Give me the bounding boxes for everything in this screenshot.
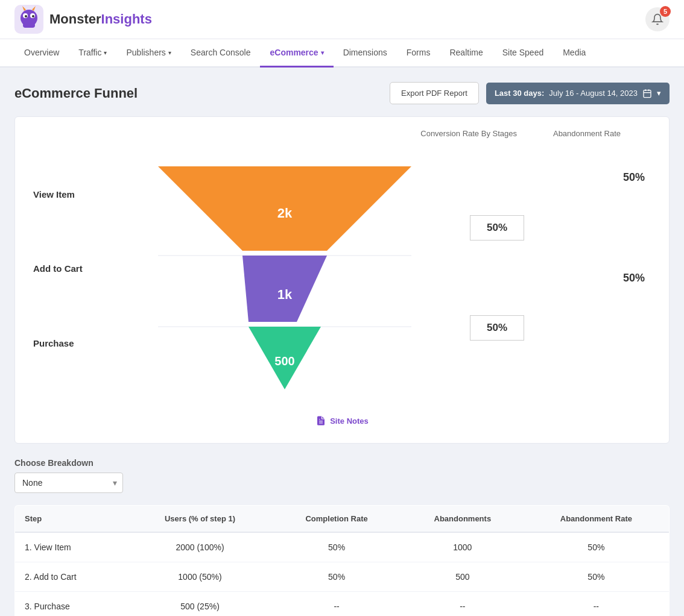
funnel-column-headers: Conversion Rate By Stages Abandonment Ra… xyxy=(27,129,657,145)
row3-abandonment-rate: -- xyxy=(524,592,670,617)
row1-abandonments: 1000 xyxy=(402,532,524,562)
main-content: eCommerce Funnel Export PDF Report Last … xyxy=(0,68,684,616)
row2-users: 1000 (50%) xyxy=(128,562,272,592)
calendar-icon xyxy=(642,89,652,98)
chevron-down-icon: ▾ xyxy=(321,49,324,56)
header-right: 5 xyxy=(645,7,670,31)
date-range-button[interactable]: Last 30 days: July 16 - August 14, 2023 … xyxy=(486,83,670,104)
stage-label-add-to-cart: Add to Cart xyxy=(33,263,106,274)
nav-item-media[interactable]: Media xyxy=(553,39,595,68)
site-notes-button[interactable]: Site Notes xyxy=(315,415,369,426)
chevron-down-icon: ▾ xyxy=(168,49,171,56)
table-row: 2. Add to Cart 1000 (50%) 50% 500 50% xyxy=(15,562,670,592)
site-notes-row: Site Notes xyxy=(27,410,657,431)
logo-text: MonsterInsights xyxy=(49,11,152,27)
purchase-right xyxy=(464,346,657,410)
col-step: Step xyxy=(15,506,128,533)
conv-box-row-2: 50% xyxy=(464,310,657,346)
row3-completion: -- xyxy=(271,592,402,617)
view-item-abandonment-rate: 50% xyxy=(623,171,645,184)
view-item-right: 50% xyxy=(464,145,657,210)
page-header-controls: Export PDF Report Last 30 days: July 16 … xyxy=(390,82,670,104)
svg-point-6 xyxy=(32,15,34,17)
header: MonsterInsights 5 xyxy=(0,0,684,39)
breakdown-select[interactable]: None Device Browser Country Source xyxy=(14,473,123,493)
row2-abandonment-rate: 50% xyxy=(524,562,670,592)
chevron-down-icon: ▾ xyxy=(657,89,661,98)
breakdown-section: Choose Breakdown None Device Browser Cou… xyxy=(14,458,670,493)
date-range-value: July 16 - August 14, 2023 xyxy=(549,89,638,98)
breakdown-label: Choose Breakdown xyxy=(14,458,670,468)
svg-point-5 xyxy=(25,15,27,17)
funnel-right-panel: 50% 50% 50% 50% xyxy=(464,145,657,410)
site-notes-icon xyxy=(315,415,326,426)
conversion-box-2: 50% xyxy=(470,315,524,341)
row3-abandonments: -- xyxy=(402,592,524,617)
col-users: Users (% of step 1) xyxy=(128,506,272,533)
nav-item-overview[interactable]: Overview xyxy=(14,39,69,68)
nav-item-publishers[interactable]: Publishers ▾ xyxy=(116,39,180,68)
nav-item-dimensions[interactable]: Dimensions xyxy=(334,39,397,68)
table-header-row: Step Users (% of step 1) Completion Rate… xyxy=(15,506,670,533)
svg-rect-2 xyxy=(23,23,35,28)
svg-text:500: 500 xyxy=(274,354,294,368)
notification-badge: 5 xyxy=(660,6,671,17)
breakdown-select-wrap: None Device Browser Country Source xyxy=(14,473,123,493)
row3-step: 3. Purchase xyxy=(15,592,128,617)
row1-completion: 50% xyxy=(271,532,402,562)
svg-text:2k: 2k xyxy=(277,206,293,221)
row1-step: 1. View Item xyxy=(15,532,128,562)
row1-users: 2000 (100%) xyxy=(128,532,272,562)
row3-users: 500 (25%) xyxy=(128,592,272,617)
nav-item-site-speed[interactable]: Site Speed xyxy=(493,39,554,68)
conversion-rate-header: Conversion Rate By Stages xyxy=(420,129,517,138)
nav-item-search-console[interactable]: Search Console xyxy=(181,39,261,68)
svg-text:1k: 1k xyxy=(277,287,293,302)
page-header: eCommerce Funnel Export PDF Report Last … xyxy=(14,82,670,104)
main-nav: Overview Traffic ▾ Publishers ▾ Search C… xyxy=(0,39,684,68)
stage-label-purchase: Purchase xyxy=(33,338,106,366)
stage-label-view-item: View Item xyxy=(33,177,106,200)
conversion-box-1: 50% xyxy=(470,215,524,240)
add-to-cart-right: 50% xyxy=(464,246,657,310)
funnel-card: Conversion Rate By Stages Abandonment Ra… xyxy=(14,116,670,444)
col-abandonments: Abandonments xyxy=(402,506,524,533)
svg-rect-9 xyxy=(644,90,651,97)
col-completion: Completion Rate xyxy=(271,506,402,533)
col-abandonment-rate: Abandonment Rate xyxy=(524,506,670,533)
table-header: Step Users (% of step 1) Completion Rate… xyxy=(15,506,670,533)
page-title: eCommerce Funnel xyxy=(14,86,138,101)
row2-completion: 50% xyxy=(271,562,402,592)
table-row: 1. View Item 2000 (100%) 50% 1000 50% xyxy=(15,532,670,562)
funnel-stage-labels: View Item Add to Cart Purchase xyxy=(27,145,106,410)
logo-icon xyxy=(14,5,43,34)
nav-item-ecommerce[interactable]: eCommerce ▾ xyxy=(260,39,333,68)
row2-step: 2. Add to Cart xyxy=(15,562,128,592)
row1-abandonment-rate: 50% xyxy=(524,532,670,562)
site-notes-label: Site Notes xyxy=(330,416,369,426)
nav-item-forms[interactable]: Forms xyxy=(397,39,440,68)
conv-box-row-1: 50% xyxy=(464,210,657,246)
funnel-svg: 2k 1k 500 xyxy=(140,154,429,401)
funnel-data-table: Step Users (% of step 1) Completion Rate… xyxy=(14,505,670,616)
export-pdf-button[interactable]: Export PDF Report xyxy=(390,82,479,104)
notification-button[interactable]: 5 xyxy=(645,7,670,31)
funnel-visualization: View Item Add to Cart Purchase 2k xyxy=(27,145,657,410)
nav-item-traffic[interactable]: Traffic ▾ xyxy=(69,39,116,68)
table-body: 1. View Item 2000 (100%) 50% 1000 50% 2.… xyxy=(15,532,670,616)
funnel-svg-area: 2k 1k 500 xyxy=(106,145,464,410)
date-label: Last 30 days: xyxy=(495,89,544,98)
chevron-down-icon: ▾ xyxy=(104,49,107,56)
row2-abandonments: 500 xyxy=(402,562,524,592)
nav-item-realtime[interactable]: Realtime xyxy=(440,39,492,68)
logo-area: MonsterInsights xyxy=(14,5,152,34)
abandonment-rate-header: Abandonment Rate xyxy=(553,129,621,138)
table-row: 3. Purchase 500 (25%) -- -- -- xyxy=(15,592,670,617)
add-to-cart-abandonment-rate: 50% xyxy=(623,272,645,284)
